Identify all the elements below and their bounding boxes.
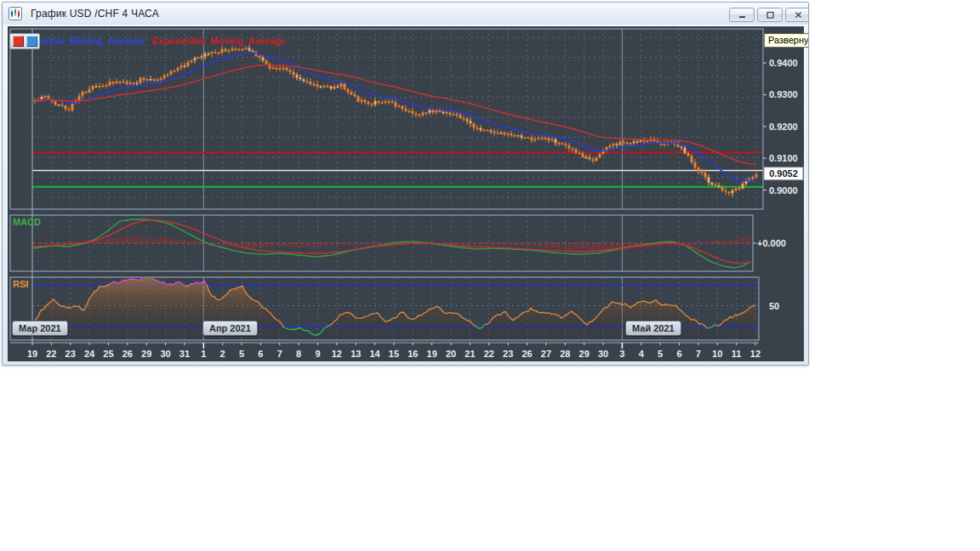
svg-text:7: 7 — [277, 349, 282, 359]
svg-text:14: 14 — [369, 349, 380, 359]
blue-indicator-button[interactable] — [26, 36, 37, 47]
main-grid — [32, 29, 763, 209]
svg-text:9: 9 — [315, 349, 320, 359]
chart-canvas[interactable]: 1922232425262930311256789121314151619202… — [8, 26, 804, 361]
svg-text:13: 13 — [350, 349, 361, 359]
chart-icon — [9, 7, 26, 20]
chart-root: 1922232425262930311256789121314151619202… — [10, 29, 803, 359]
ema-fast-line — [35, 53, 756, 180]
svg-text:19: 19 — [427, 349, 437, 359]
rsi-panel-label: RSI — [13, 279, 28, 289]
ema-slow-line — [35, 65, 756, 165]
indicator-legend-buttons — [9, 33, 40, 49]
svg-text:0.9400: 0.9400 — [769, 58, 798, 68]
svg-text:0.9300: 0.9300 — [769, 89, 798, 99]
svg-text:6: 6 — [258, 349, 263, 359]
svg-text:3: 3 — [619, 349, 624, 359]
horizontal-price-lines — [32, 152, 763, 186]
svg-text:0.9052: 0.9052 — [769, 168, 798, 179]
rsi-axis-label: 50 — [769, 301, 779, 311]
svg-text:26: 26 — [122, 349, 133, 359]
svg-text:24: 24 — [84, 349, 95, 359]
svg-text:11: 11 — [732, 349, 742, 359]
svg-text:2: 2 — [220, 349, 225, 359]
macd-axis-label: +0.000 — [757, 238, 786, 248]
svg-text:7: 7 — [696, 349, 701, 359]
minimize-button[interactable] — [729, 8, 755, 22]
ma-blue-label: ential_Moving_Average — [41, 36, 145, 46]
svg-text:23: 23 — [66, 349, 76, 359]
svg-text:12: 12 — [332, 349, 342, 359]
minimize-icon — [738, 11, 747, 19]
maximize-tooltip: Развернуть — [764, 33, 809, 48]
titlebar[interactable]: График USD /CHF 4 ЧАСА — [3, 3, 808, 25]
svg-text:29: 29 — [141, 349, 151, 359]
svg-text:15: 15 — [389, 349, 399, 359]
svg-text:10: 10 — [712, 349, 722, 359]
svg-text:0.9100: 0.9100 — [769, 153, 798, 163]
macd-panel-label: MACD — [13, 217, 41, 227]
svg-text:5: 5 — [658, 349, 663, 359]
svg-text:27: 27 — [541, 349, 551, 359]
close-icon — [794, 11, 803, 19]
svg-text:8: 8 — [296, 349, 301, 359]
month-label-mar: Мар 2021 — [12, 321, 68, 336]
svg-text:28: 28 — [560, 349, 570, 359]
svg-text:21: 21 — [464, 349, 475, 359]
red-indicator-button[interactable] — [13, 36, 24, 47]
svg-text:0.9000: 0.9000 — [769, 185, 798, 196]
svg-text:30: 30 — [160, 349, 170, 359]
svg-text:0.9200: 0.9200 — [769, 122, 798, 132]
main-panel-border — [10, 29, 763, 209]
svg-text:26: 26 — [521, 349, 532, 359]
candles — [34, 45, 758, 197]
window-title: График USD /CHF 4 ЧАСА — [31, 8, 159, 20]
close-button[interactable] — [785, 8, 809, 22]
svg-text:22: 22 — [46, 349, 56, 359]
indicator-legend: ential_Moving_Average Exponential_Moving… — [41, 36, 285, 46]
ma-red-label: Exponential_Moving_Average — [152, 36, 285, 46]
svg-text:4: 4 — [639, 349, 645, 359]
svg-text:25: 25 — [103, 349, 113, 359]
month-label-may: Май 2021 — [625, 321, 681, 336]
svg-text:19: 19 — [27, 349, 37, 359]
svg-text:12: 12 — [750, 349, 761, 359]
svg-text:6: 6 — [676, 349, 681, 359]
svg-text:29: 29 — [579, 349, 590, 359]
svg-text:30: 30 — [598, 349, 608, 359]
svg-text:31: 31 — [179, 349, 190, 359]
svg-text:20: 20 — [446, 349, 456, 359]
svg-text:16: 16 — [407, 349, 418, 359]
current-price-box: 0.9052 — [764, 168, 803, 180]
maximize-button[interactable] — [757, 8, 783, 22]
chart-window: График USD /CHF 4 ЧАСА 19222324252629303… — [2, 2, 809, 366]
svg-text:1: 1 — [201, 349, 206, 359]
svg-text:23: 23 — [503, 349, 513, 359]
svg-text:5: 5 — [239, 349, 244, 359]
price-axis: 0.94000.93000.92000.91000.9000+0.00050 — [753, 58, 798, 311]
svg-text:22: 22 — [484, 349, 494, 359]
restore-icon — [766, 11, 775, 19]
month-label-apr: Апр 2021 — [202, 321, 258, 336]
